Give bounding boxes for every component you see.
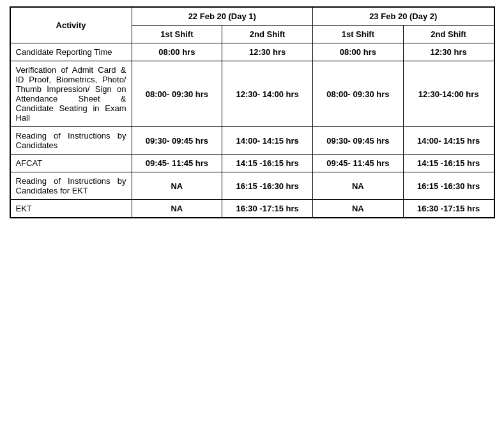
day1-header: 22 Feb 20 (Day 1): [132, 8, 313, 26]
row-1-col-1: 12:30- 14:00 hrs: [222, 61, 313, 127]
row-5-col-3: 16:30 -17:15 hrs: [403, 200, 494, 218]
row-1-col-2: 08:00- 09:30 hrs: [313, 61, 404, 127]
row-2-col-1: 14:00- 14:15 hrs: [222, 127, 313, 155]
activity-header: Activity: [10, 8, 132, 43]
row-5-col-2: NA: [313, 200, 404, 218]
row-3-col-2: 09:45- 11:45 hrs: [313, 155, 404, 172]
table-row: Reading of Instructions by Candidates fo…: [10, 172, 494, 200]
row-4-col-0: NA: [132, 172, 222, 200]
row-2-col-2: 09:30- 09:45 hrs: [313, 127, 404, 155]
row-0-col-2: 08:00 hrs: [313, 43, 404, 61]
day2-header: 23 Feb 20 (Day 2): [313, 8, 494, 26]
row-3-col-1: 14:15 -16:15 hrs: [222, 155, 313, 172]
day1-shift1-header: 1st Shift: [132, 26, 222, 43]
table-row: Candidate Reporting Time08:00 hrs12:30 h…: [10, 43, 494, 61]
table-row: Reading of Instructions by Candidates09:…: [10, 127, 494, 155]
table-row: AFCAT09:45- 11:45 hrs14:15 -16:15 hrs09:…: [10, 155, 494, 172]
row-0-col-0: 08:00 hrs: [132, 43, 222, 61]
schedule-table: Activity 22 Feb 20 (Day 1) 23 Feb 20 (Da…: [10, 7, 494, 218]
row-2-col-3: 14:00- 14:15 hrs: [403, 127, 494, 155]
activity-cell: EKT: [10, 200, 132, 218]
row-1-col-0: 08:00- 09:30 hrs: [132, 61, 222, 127]
row-4-col-3: 16:15 -16:30 hrs: [403, 172, 494, 200]
row-2-col-0: 09:30- 09:45 hrs: [132, 127, 222, 155]
activity-cell: Reading of Instructions by Candidates fo…: [10, 172, 132, 200]
row-4-col-1: 16:15 -16:30 hrs: [222, 172, 313, 200]
table-row: Verification of Admit Card & ID Proof, B…: [10, 61, 494, 127]
activity-cell: Candidate Reporting Time: [10, 43, 132, 61]
row-5-col-0: NA: [132, 200, 222, 218]
activity-cell: Reading of Instructions by Candidates: [10, 127, 132, 155]
day2-shift1-header: 1st Shift: [313, 26, 404, 43]
row-4-col-2: NA: [313, 172, 404, 200]
row-3-col-3: 14:15 -16:15 hrs: [403, 155, 494, 172]
row-5-col-1: 16:30 -17:15 hrs: [222, 200, 313, 218]
activity-cell: AFCAT: [10, 155, 132, 172]
row-0-col-1: 12:30 hrs: [222, 43, 313, 61]
day1-shift2-header: 2nd Shift: [222, 26, 313, 43]
row-1-col-3: 12:30-14:00 hrs: [403, 61, 494, 127]
activity-cell: Verification of Admit Card & ID Proof, B…: [10, 61, 132, 127]
schedule-table-wrapper: Activity 22 Feb 20 (Day 1) 23 Feb 20 (Da…: [10, 6, 495, 218]
row-3-col-0: 09:45- 11:45 hrs: [132, 155, 222, 172]
day2-shift2-header: 2nd Shift: [403, 26, 494, 43]
table-row: EKTNA16:30 -17:15 hrsNA16:30 -17:15 hrs: [10, 200, 494, 218]
row-0-col-3: 12:30 hrs: [403, 43, 494, 61]
